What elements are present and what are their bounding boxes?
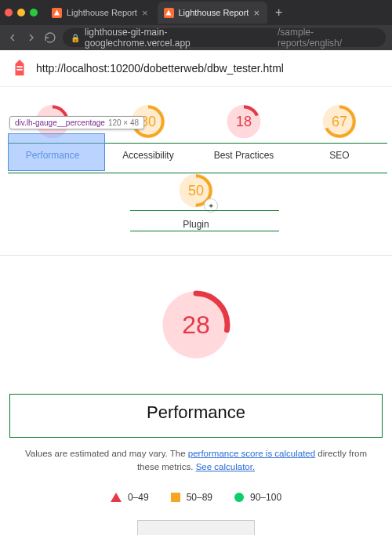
report-header: http://localhost:10200/dobetterweb/dbw_t… <box>0 50 392 87</box>
lighthouse-favicon <box>52 8 62 18</box>
report-url: http://localhost:10200/dobetterweb/dbw_t… <box>36 62 284 75</box>
tooltip-selector: div.lh-gauge__percentage <box>15 118 105 127</box>
legend-pass: 90–100 <box>234 492 281 503</box>
legend-range: 50–89 <box>187 492 212 503</box>
devtools-guide-line <box>130 210 279 211</box>
legend-range: 90–100 <box>250 492 281 503</box>
gauge-accessibility[interactable]: 80 Accessibility <box>101 103 195 161</box>
gauge-label: Best Practices <box>214 150 274 161</box>
performance-big-score: 28 <box>158 287 234 362</box>
close-window-icon[interactable] <box>5 9 13 16</box>
gauge-plugin[interactable]: 50 ✦ Plugin <box>149 172 243 230</box>
maximize-window-icon[interactable] <box>30 9 38 16</box>
legend-average: 50–89 <box>171 492 212 503</box>
section-divider <box>0 255 392 256</box>
legend-fail: 0–49 <box>111 492 149 503</box>
url-path: /sample-reports/english/ <box>278 27 378 49</box>
screenshot-thumbnail-placeholder <box>137 520 255 536</box>
gauge-best-practices[interactable]: 18 Best Practices <box>197 103 291 161</box>
devtools-guide-line <box>8 173 387 173</box>
gauge-label: Accessibility <box>122 150 173 161</box>
minimize-window-icon[interactable] <box>17 9 25 16</box>
browser-chrome: Lighthouse Report × Lighthouse Report × … <box>0 0 392 50</box>
devtools-element-tooltip: div.lh-gauge__percentage 120 × 48 <box>9 116 144 129</box>
window-controls <box>5 9 38 16</box>
score-legend: 0–49 50–89 90–100 <box>9 492 383 503</box>
performance-section: 28 Performance Values are estimated and … <box>0 287 392 535</box>
desc-text: Values are estimated and may vary. The <box>25 449 188 458</box>
circle-pass-icon <box>234 493 244 502</box>
browser-tab-active[interactable]: Lighthouse Report × <box>158 2 268 24</box>
forward-icon[interactable] <box>25 31 38 44</box>
gauge-label: SEO <box>329 150 349 161</box>
url-host: lighthouse-git-main-googlechrome.vercel.… <box>85 27 273 49</box>
performance-big-gauge: 28 <box>158 287 234 362</box>
back-icon[interactable] <box>6 31 19 44</box>
svg-rect-0 <box>16 66 22 67</box>
browser-tab[interactable]: Lighthouse Report × <box>45 2 156 24</box>
square-avg-icon <box>171 493 180 502</box>
lighthouse-favicon <box>164 8 174 18</box>
gauge-seo[interactable]: 67 SEO <box>292 103 387 161</box>
performance-title: Performance <box>10 402 382 423</box>
devtools-guide-line <box>130 231 279 231</box>
close-tab-icon[interactable]: × <box>253 7 260 19</box>
gauge-score: 18 <box>225 103 263 140</box>
tab-title: Lighthouse Report <box>179 8 249 17</box>
lighthouse-logo-icon <box>11 58 28 78</box>
omnibox[interactable]: 🔒 lighthouse-git-main-googlechrome.verce… <box>63 28 386 47</box>
svg-rect-1 <box>16 69 22 71</box>
triangle-fail-icon <box>111 493 122 502</box>
address-bar: 🔒 lighthouse-git-main-googlechrome.verce… <box>0 25 392 50</box>
lock-icon: 🔒 <box>71 34 80 42</box>
gauge-label: Plugin <box>183 219 209 230</box>
link-see-calculator[interactable]: See calculator. <box>196 462 255 471</box>
tooltip-dimensions: 120 × 48 <box>108 118 139 127</box>
legend-range: 0–49 <box>128 492 149 503</box>
tab-bar: Lighthouse Report × Lighthouse Report × … <box>0 0 392 25</box>
devtools-highlight-overlay <box>8 133 105 171</box>
page-content: http://localhost:10200/dobetterweb/dbw_t… <box>0 50 392 535</box>
gauge-row-plugins: 50 ✦ Plugin <box>0 164 392 246</box>
tab-title: Lighthouse Report <box>67 8 137 17</box>
close-tab-icon[interactable]: × <box>142 7 148 19</box>
link-score-calc[interactable]: performance score is calculated <box>188 449 315 458</box>
new-tab-button[interactable]: + <box>269 5 289 20</box>
performance-description: Values are estimated and may vary. The p… <box>24 447 368 475</box>
performance-title-box: Performance <box>9 394 383 438</box>
reload-icon[interactable] <box>44 31 56 44</box>
gauge-score: 67 <box>321 103 358 140</box>
